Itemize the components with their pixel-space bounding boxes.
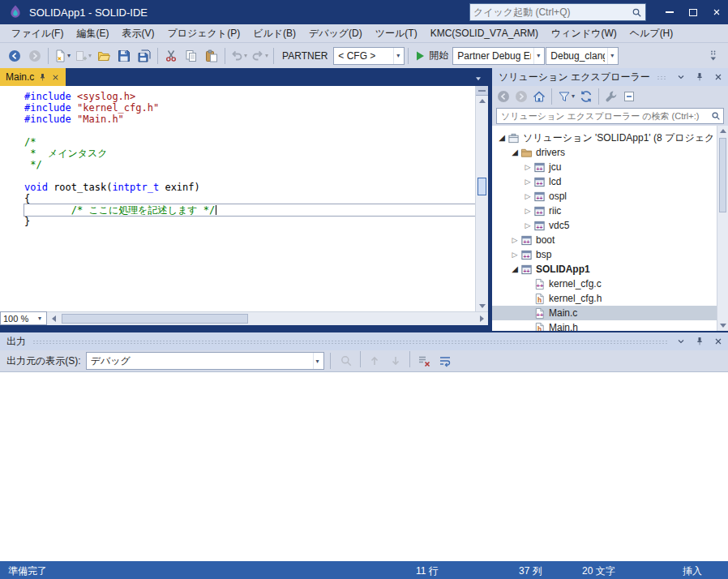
- svg-text:++: ++: [537, 195, 543, 200]
- tree-item-solution[interactable]: ◢ソリューション 'SOLIDApp1' (8 プロジェクト): [492, 131, 717, 145]
- auto-hide-pin-icon[interactable]: [692, 335, 706, 349]
- new-file-button[interactable]: ▾: [52, 46, 72, 66]
- tree-item-kernel-cfg-c[interactable]: ++kernel_cfg.c: [492, 277, 717, 291]
- code-line: }: [24, 216, 475, 227]
- tree-item-bsp[interactable]: ▷++bsp: [492, 247, 717, 262]
- open-file-button[interactable]: [94, 46, 113, 66]
- solution-search-box[interactable]: [496, 108, 724, 124]
- tree-item-lcd[interactable]: ▷++lcd: [492, 174, 717, 189]
- tree-item-drivers[interactable]: ◢drivers: [492, 145, 717, 160]
- filter-button[interactable]: ▾: [556, 88, 576, 105]
- output-content[interactable]: [0, 371, 728, 561]
- toggle-word-wrap-button[interactable]: [435, 351, 455, 371]
- scroll-left-button[interactable]: [47, 312, 60, 325]
- menu-edit[interactable]: 編集(E): [70, 24, 115, 42]
- collapsed-expander-icon[interactable]: ▷: [523, 222, 533, 229]
- tree-item-boot[interactable]: ▷++boot: [492, 233, 717, 247]
- tab-main-c[interactable]: Main.c: [0, 68, 66, 86]
- horizontal-scroll-track[interactable]: [60, 312, 475, 325]
- vertical-scroll-thumb[interactable]: [477, 178, 486, 195]
- tree-item-main-c[interactable]: ++Main.c: [492, 306, 717, 320]
- menu-file[interactable]: ファイル(F): [5, 24, 70, 42]
- expanded-expander-icon[interactable]: ◢: [510, 265, 520, 273]
- close-button[interactable]: [704, 0, 728, 24]
- collapsed-expander-icon[interactable]: ▷: [523, 178, 533, 186]
- minimize-button[interactable]: [657, 0, 681, 24]
- start-debug-button[interactable]: 開始: [412, 46, 452, 66]
- tree-item-label: kernel_cfg.c: [549, 278, 602, 290]
- save-button[interactable]: [114, 46, 134, 66]
- quick-launch-input[interactable]: [473, 6, 632, 18]
- menu-help[interactable]: ヘルプ(H): [623, 24, 680, 42]
- tree-item-vdc5[interactable]: ▷++vdc5: [492, 218, 717, 233]
- toolbar-options-button[interactable]: [704, 46, 723, 66]
- maximize-button[interactable]: [681, 0, 704, 24]
- quick-launch-box[interactable]: [469, 3, 646, 21]
- collapsed-expander-icon[interactable]: ▷: [510, 251, 520, 259]
- expanded-expander-icon[interactable]: ◢: [510, 148, 520, 157]
- tree-scroll-track[interactable]: [717, 136, 728, 320]
- svg-text:h: h: [537, 296, 542, 304]
- tree-item-riic[interactable]: ▷++riic: [492, 204, 717, 218]
- menu-tools[interactable]: ツール(T): [369, 24, 424, 42]
- sync-with-active-document-button[interactable]: [578, 88, 594, 105]
- scroll-right-button[interactable]: [475, 312, 488, 325]
- auto-hide-pin-icon[interactable]: [692, 71, 706, 84]
- tree-item-main-h[interactable]: hMain.h: [492, 320, 717, 331]
- horizontal-scroll-thumb[interactable]: [62, 314, 248, 324]
- collapsed-expander-icon[interactable]: ▷: [510, 237, 520, 244]
- pin-tab-icon[interactable]: [38, 73, 47, 82]
- menu-debug[interactable]: デバッグ(D): [302, 24, 369, 42]
- tree-scroll-up-button[interactable]: [717, 126, 728, 136]
- tree-item-label: SOLIDApp1: [536, 264, 590, 275]
- paste-button[interactable]: [202, 46, 221, 66]
- editor-vertical-scrollbar[interactable]: [475, 86, 488, 311]
- tree-scroll-down-button[interactable]: [717, 320, 728, 331]
- collapsed-expander-icon[interactable]: ▷: [523, 164, 533, 171]
- save-all-button[interactable]: [135, 46, 154, 66]
- code-editor[interactable]: #include <syslog.h>#include "kernel_cfg.…: [0, 86, 475, 311]
- tree-scroll-thumb[interactable]: [719, 138, 726, 212]
- cfg-combo[interactable]: < CFG >▾: [333, 47, 405, 65]
- ide-window: SOLIDApp1 - SOLID-IDE ファイル(F)編集(E)表示(V)プ…: [0, 0, 728, 579]
- window-position-icon[interactable]: [674, 335, 687, 349]
- tree-scrollbar[interactable]: [717, 126, 728, 331]
- debug-engine-combo[interactable]: Partner Debug Eng▾: [452, 47, 545, 65]
- output-source-combo[interactable]: デバッグ ▾: [86, 352, 324, 370]
- properties-button[interactable]: [603, 88, 619, 105]
- tree-item-kernel-cfg-h[interactable]: hkernel_cfg.h: [492, 291, 717, 306]
- collapsed-expander-icon[interactable]: ▷: [523, 193, 533, 200]
- close-tab-icon[interactable]: [51, 73, 60, 82]
- close-panel-icon[interactable]: [711, 71, 725, 84]
- window-position-icon[interactable]: [674, 71, 687, 84]
- menu-project[interactable]: プロジェクト(P): [161, 24, 246, 42]
- collapse-all-button[interactable]: [621, 88, 637, 105]
- menu-view[interactable]: 表示(V): [115, 24, 161, 42]
- menu-kmc[interactable]: KMC(SOLID_V7A_ARM): [424, 24, 545, 42]
- solution-config-combo[interactable]: Debug_clang▾: [546, 47, 619, 65]
- menu-build[interactable]: ビルド(B): [246, 24, 302, 42]
- tree-item-ospl[interactable]: ▷++ospl: [492, 189, 717, 204]
- home-button[interactable]: [531, 88, 547, 105]
- project-icon: ++: [533, 220, 546, 232]
- clear-all-button[interactable]: [414, 351, 434, 371]
- editor-splitter-handle[interactable]: [476, 86, 488, 96]
- text-caret: [216, 205, 216, 215]
- navigate-backward-button[interactable]: [5, 46, 24, 66]
- scroll-up-button[interactable]: [476, 96, 488, 106]
- scroll-down-button[interactable]: [476, 301, 488, 311]
- expanded-expander-icon[interactable]: ◢: [497, 134, 507, 142]
- collapsed-expander-icon[interactable]: ▷: [523, 208, 533, 215]
- solution-search-input[interactable]: [501, 111, 711, 121]
- close-panel-icon[interactable]: [711, 335, 725, 349]
- document-list-chevron-icon[interactable]: [473, 74, 488, 86]
- copy-button[interactable]: [182, 46, 201, 66]
- redo-button: ▾: [250, 46, 270, 66]
- zoom-combo[interactable]: 100 % ▾: [0, 311, 47, 325]
- editor-horizontal-scrollbar[interactable]: [47, 311, 488, 325]
- tree-item-solidapp1[interactable]: ◢++SOLIDApp1: [492, 262, 717, 277]
- cut-button[interactable]: [161, 46, 181, 66]
- vertical-scroll-track[interactable]: [476, 106, 488, 301]
- menu-window[interactable]: ウィンドウ(W): [545, 24, 623, 42]
- tree-item-jcu[interactable]: ▷++jcu: [492, 160, 717, 174]
